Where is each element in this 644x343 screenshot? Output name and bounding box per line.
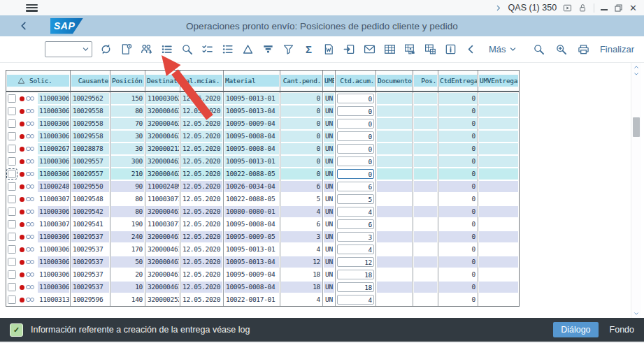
column-header-pos[interactable]: Pos. xyxy=(413,71,438,91)
column-header-destinat[interactable]: Destinat. xyxy=(145,71,180,91)
ctd-acum-input[interactable] xyxy=(337,219,374,229)
collapse-toolbar-icon[interactable] xyxy=(464,43,478,56)
row-checkbox[interactable] xyxy=(8,132,16,140)
lock-open-icon[interactable] xyxy=(578,3,587,13)
table-row: 110003062100295371032000046112.05.202010… xyxy=(6,281,519,293)
column-header-umv_entrega[interactable]: UMVEntrega xyxy=(478,71,519,91)
export-icon[interactable] xyxy=(343,43,356,56)
sum-icon[interactable]: Σ xyxy=(302,43,315,56)
word-export-icon[interactable] xyxy=(322,43,336,56)
cell-cant_pend: 0 xyxy=(281,168,322,180)
cell-umv_entrega xyxy=(479,282,518,293)
sort-descending-icon[interactable] xyxy=(262,43,275,56)
spreadsheet-icon[interactable] xyxy=(383,43,396,56)
column-header-material[interactable]: Material xyxy=(224,71,280,91)
info-icon[interactable] xyxy=(444,43,457,56)
row-checkbox[interactable] xyxy=(8,170,16,178)
partners-icon[interactable] xyxy=(140,43,153,56)
row-checkbox[interactable] xyxy=(8,220,16,228)
dialog-button[interactable]: Diálogo xyxy=(553,322,598,337)
ctd-acum-input[interactable] xyxy=(337,182,374,191)
cell-posicion: 10 xyxy=(111,282,144,293)
ctd-acum-input[interactable] xyxy=(337,131,374,141)
ctd-acum-input[interactable] xyxy=(337,169,374,179)
row-checkbox[interactable] xyxy=(8,94,16,103)
print-icon[interactable] xyxy=(577,43,590,56)
filter-icon[interactable] xyxy=(282,43,295,56)
cell-ctd_entrega: 0 xyxy=(439,181,477,192)
row-checkbox[interactable] xyxy=(8,295,16,304)
restore-window-button[interactable] xyxy=(614,3,623,13)
column-header-posicion[interactable]: Posición xyxy=(110,71,145,91)
row-checkbox[interactable] xyxy=(8,270,16,279)
column-header-solic[interactable]: Solic. xyxy=(6,71,71,91)
mas-menu-button[interactable]: Más xyxy=(489,44,517,54)
scroll-down-icon[interactable] xyxy=(633,71,640,77)
row-checkbox[interactable] xyxy=(8,245,16,254)
gui-scripting-icon[interactable] xyxy=(563,3,572,13)
scroll-up-icon[interactable] xyxy=(633,64,640,70)
chevron-down-icon xyxy=(509,45,517,53)
ctd-acum-input[interactable] xyxy=(337,119,374,129)
row-checkbox[interactable] xyxy=(8,233,16,241)
item-list-icon[interactable] xyxy=(160,43,173,56)
row-checkbox[interactable] xyxy=(8,119,16,128)
column-header-documento[interactable]: Documento xyxy=(376,71,413,91)
minimize-button[interactable] xyxy=(601,9,608,10)
row-checkbox[interactable] xyxy=(8,207,16,216)
ctd-acum-input[interactable] xyxy=(337,207,374,217)
layout-combobox[interactable] xyxy=(45,41,92,57)
find-icon[interactable] xyxy=(532,43,545,56)
abc-analysis-icon[interactable] xyxy=(403,43,417,56)
ctd-acum-input[interactable] xyxy=(337,232,374,242)
row-checkbox[interactable] xyxy=(8,107,16,115)
ctd-acum-input[interactable] xyxy=(337,94,374,103)
column-header-causante[interactable]: Causante xyxy=(71,71,110,91)
row-checkbox[interactable] xyxy=(8,258,16,266)
scroll-down-icon[interactable] xyxy=(633,311,640,316)
ctd-acum-input[interactable] xyxy=(337,282,374,292)
multiple-selection-icon[interactable] xyxy=(201,43,214,56)
row-checkbox[interactable] xyxy=(8,283,16,291)
ctd-acum-input[interactable] xyxy=(337,245,374,254)
chevron-right-icon[interactable] xyxy=(494,4,502,12)
search-list-icon[interactable] xyxy=(180,43,194,56)
find-next-icon[interactable] xyxy=(554,43,568,56)
copy-document-icon[interactable] xyxy=(120,43,133,56)
close-button[interactable]: ✕ xyxy=(629,3,637,13)
ctd-acum-input[interactable] xyxy=(337,144,374,154)
row-checkbox[interactable] xyxy=(8,145,16,153)
row-checkbox[interactable] xyxy=(8,182,16,191)
detail-list-icon[interactable] xyxy=(221,43,234,56)
cell-causante: 10028878 xyxy=(71,143,109,154)
ctd-acum-input[interactable] xyxy=(337,194,374,204)
cell-material: 10095-0008-04 xyxy=(224,282,279,293)
ctd-acum-input[interactable] xyxy=(337,106,374,116)
background-button[interactable]: Fondo xyxy=(610,325,634,335)
cell-documento xyxy=(377,219,412,230)
column-header-cant_pend[interactable]: Cant.pend. xyxy=(280,71,323,91)
column-header-sal_mcias[interactable]: Sal.mcías. xyxy=(180,71,224,91)
table-row: 110003062100295428032000046112.05.202010… xyxy=(6,205,519,218)
ctd-acum-input[interactable] xyxy=(337,270,374,279)
ctd-acum-input[interactable] xyxy=(337,257,374,267)
row-checkbox[interactable] xyxy=(8,195,16,203)
status-leds xyxy=(20,197,34,202)
column-header-ctd_entrega[interactable]: CtdEntrega xyxy=(438,71,478,91)
sort-ascending-icon[interactable] xyxy=(241,43,255,56)
vertical-scrollbar[interactable] xyxy=(631,63,641,318)
refresh-icon[interactable] xyxy=(99,43,113,56)
column-header-umb[interactable]: UMB xyxy=(323,71,336,91)
grid-copy-icon[interactable] xyxy=(424,43,437,56)
column-header-ctd_acum[interactable]: Ctd.acum. xyxy=(336,71,376,91)
menu-hamburger-icon[interactable] xyxy=(26,4,38,12)
ctd-acum-input[interactable] xyxy=(337,295,374,305)
finalizar-button[interactable]: Finalizar xyxy=(600,44,634,54)
cell-documento xyxy=(377,105,412,117)
layout-combobox-input[interactable] xyxy=(45,43,82,55)
ctd-acum-input[interactable] xyxy=(337,156,374,166)
scrollbar-thumb[interactable] xyxy=(633,117,640,137)
table-row: 110002676100288783032000021212.05.202010… xyxy=(6,143,519,155)
row-checkbox[interactable] xyxy=(8,157,16,166)
mail-icon[interactable] xyxy=(363,43,376,56)
